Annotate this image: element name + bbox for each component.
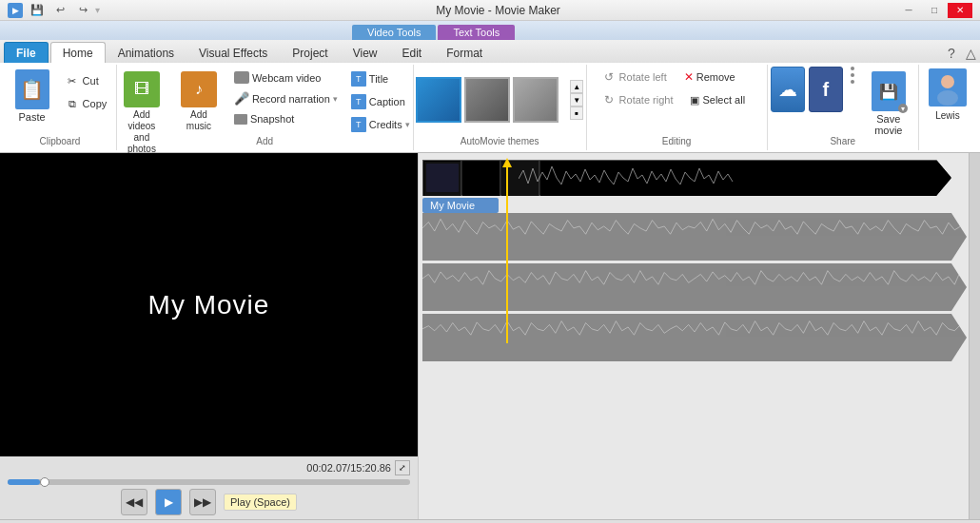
svg-rect-4 bbox=[463, 162, 500, 196]
track-body-3[interactable] bbox=[422, 263, 967, 311]
save-movie-label: Savemovie bbox=[874, 113, 902, 136]
fullscreen-button[interactable]: ⤢ bbox=[395, 460, 410, 475]
theme-item-3[interactable] bbox=[513, 77, 559, 123]
themes-scroll-down[interactable]: ▼ bbox=[570, 93, 583, 107]
prev-frame-button[interactable]: ◀◀ bbox=[121, 489, 147, 515]
timeline-pane[interactable]: My Movie bbox=[419, 153, 980, 519]
video-tools-context-tab[interactable]: Video Tools bbox=[352, 25, 436, 40]
thumb-1 bbox=[423, 161, 461, 197]
undo-button[interactable]: ↩ bbox=[49, 2, 70, 19]
tab-home[interactable]: Home bbox=[50, 42, 106, 63]
facebook-button[interactable]: f bbox=[809, 67, 843, 112]
preview-video[interactable]: My Movie bbox=[0, 153, 418, 456]
caption-button[interactable]: T Caption bbox=[346, 91, 415, 112]
editing-group: ↺ Rotate left ✕ Remove ↻ Rotate right ▣ … bbox=[587, 65, 768, 150]
tab-animations[interactable]: Animations bbox=[106, 42, 186, 63]
ribbon-tabs: File Home Animations Visual Effects Proj… bbox=[0, 40, 980, 63]
tab-project[interactable]: Project bbox=[280, 42, 340, 63]
ribbon-toggle-button[interactable]: △ bbox=[961, 44, 980, 63]
save-dropdown-arrow[interactable]: ▾ bbox=[898, 104, 908, 113]
thumb-svg-1 bbox=[424, 162, 461, 196]
dot-3 bbox=[851, 80, 854, 84]
credits-icon: T bbox=[351, 117, 366, 132]
record-narration-dropdown[interactable]: ▾ bbox=[333, 94, 338, 104]
quick-access-toolbar: 💾 ↩ ↪ ▾ bbox=[27, 2, 100, 19]
theme-item-1[interactable] bbox=[416, 77, 461, 123]
theme-item-2[interactable] bbox=[464, 77, 510, 123]
text-tools-context-tab[interactable]: Text Tools bbox=[438, 25, 515, 40]
save-quickaccess-button[interactable]: 💾 bbox=[27, 2, 48, 19]
webcam-video-button[interactable]: Webcam video bbox=[229, 68, 343, 87]
user-group: Lewis bbox=[919, 65, 976, 150]
tab-view[interactable]: View bbox=[341, 42, 390, 63]
record-narration-button[interactable]: 🎤 Record narration ▾ bbox=[229, 88, 343, 108]
tab-format[interactable]: Format bbox=[434, 42, 495, 63]
themes-scroll-up[interactable]: ▲ bbox=[570, 80, 583, 93]
add-videos-button[interactable]: 🎞 Add videosand photos bbox=[115, 67, 168, 160]
thumbnails-track[interactable] bbox=[422, 160, 951, 196]
cut-copy-buttons: ✂ Cut ⧉ Copy bbox=[60, 67, 112, 114]
copy-button[interactable]: ⧉ Copy bbox=[60, 93, 112, 114]
title-button[interactable]: T Title bbox=[346, 68, 415, 89]
minimize-button[interactable]: ─ bbox=[896, 3, 921, 18]
track-body-4[interactable] bbox=[422, 314, 967, 361]
remove-label: Remove bbox=[696, 71, 735, 83]
rotate-left-icon: ↺ bbox=[601, 69, 617, 85]
themes-expand[interactable]: ■ bbox=[570, 107, 583, 120]
credits-button[interactable]: T Credits ▾ bbox=[346, 114, 415, 135]
paste-button[interactable]: 📋 Paste bbox=[9, 67, 56, 126]
help-button[interactable]: ? bbox=[942, 44, 961, 63]
context-tabs-bar: Video Tools Text Tools bbox=[0, 21, 980, 40]
user-account-button[interactable]: Lewis bbox=[929, 68, 967, 121]
user-avatar bbox=[929, 68, 967, 107]
seek-thumb[interactable] bbox=[40, 477, 49, 487]
maximize-button[interactable]: □ bbox=[922, 3, 947, 18]
share-group-label: Share bbox=[830, 136, 855, 146]
track-body-2[interactable] bbox=[422, 213, 967, 261]
tab-file[interactable]: File bbox=[4, 42, 49, 63]
select-all-button[interactable]: ▣ Select all bbox=[683, 91, 752, 109]
seek-bar[interactable] bbox=[8, 479, 410, 485]
svg-rect-3 bbox=[426, 164, 459, 192]
rotate-right-label: Rotate right bbox=[619, 94, 674, 106]
play-button[interactable]: ▶ bbox=[155, 489, 182, 515]
next-frame-button[interactable]: ▶▶ bbox=[189, 489, 216, 515]
timeline-track-1[interactable]: My Movie bbox=[422, 163, 967, 210]
caption-icon: T bbox=[351, 94, 366, 109]
more-share-button[interactable] bbox=[847, 67, 858, 84]
themes-list bbox=[416, 77, 568, 123]
automovie-themes-group: ▲ ▼ ■ AutoMovie themes bbox=[414, 65, 587, 150]
rotate-right-button[interactable]: ↻ Rotate right bbox=[595, 89, 680, 110]
tab-visual-effects[interactable]: Visual Effects bbox=[186, 42, 280, 63]
share-group: ☁ f 💾 ▾ Savemovie Share bbox=[768, 65, 919, 150]
record-narration-label: Record narration bbox=[252, 93, 330, 105]
preview-time-display: 00:02.07/15:20.86 ⤢ bbox=[8, 460, 410, 475]
user-content: Lewis bbox=[929, 68, 967, 148]
svg-point-0 bbox=[941, 75, 954, 88]
app-icon: ▶ bbox=[8, 3, 23, 18]
ribbon-content: 📋 Paste ✂ Cut ⧉ Copy Clipboard 🎞 Add vid… bbox=[0, 63, 980, 153]
webcam-label: Webcam video bbox=[252, 72, 322, 84]
remove-button[interactable]: ✕ Remove bbox=[677, 68, 742, 87]
avatar-svg bbox=[930, 69, 966, 106]
tab-edit[interactable]: Edit bbox=[389, 42, 434, 63]
onedrive-button[interactable]: ☁ bbox=[771, 67, 805, 112]
snapshot-button[interactable]: Snapshot bbox=[229, 110, 343, 127]
window-controls: ─ □ ✕ bbox=[896, 3, 972, 18]
webcam-icon bbox=[234, 71, 249, 84]
redo-button[interactable]: ↪ bbox=[72, 2, 93, 19]
credits-dropdown[interactable]: ▾ bbox=[405, 120, 410, 129]
timeline-track-3[interactable] bbox=[422, 263, 967, 311]
add-music-button[interactable]: ♪ Addmusic bbox=[172, 67, 225, 137]
clipboard-group-label: Clipboard bbox=[40, 136, 81, 146]
playback-buttons: ◀◀ ▶ ▶▶ Play (Space) bbox=[8, 489, 410, 515]
rotate-left-button[interactable]: ↺ Rotate left bbox=[595, 67, 674, 87]
clip-label[interactable]: My Movie bbox=[422, 198, 499, 213]
timeline-vertical-scrollbar[interactable] bbox=[969, 153, 980, 519]
timeline-track-4[interactable] bbox=[422, 314, 967, 361]
close-button[interactable]: ✕ bbox=[948, 3, 972, 18]
cut-button[interactable]: ✂ Cut bbox=[60, 70, 112, 91]
time-value: 00:02.07/15:20.86 bbox=[306, 462, 391, 474]
timeline-track-2[interactable] bbox=[422, 213, 967, 261]
save-movie-button[interactable]: 💾 ▾ Savemovie bbox=[862, 67, 915, 141]
